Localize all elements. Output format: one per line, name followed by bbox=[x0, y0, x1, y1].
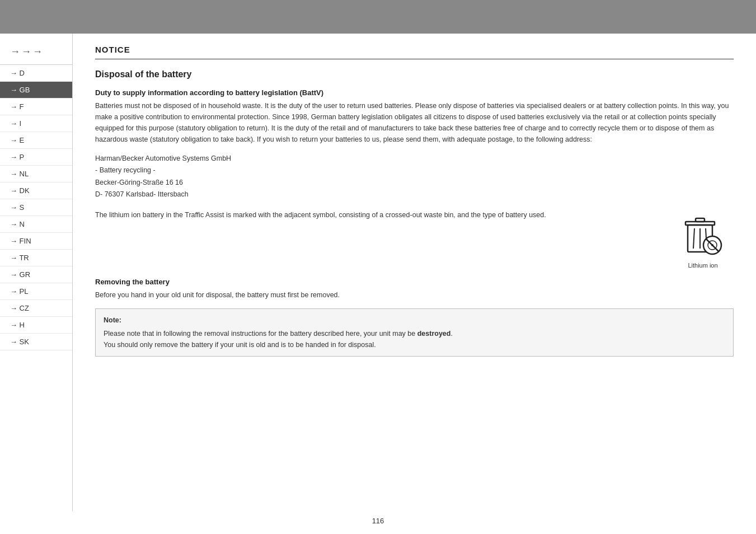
address-line2: - Battery recycling - bbox=[95, 165, 734, 176]
sidebar-item-tr[interactable]: → TR bbox=[0, 250, 72, 266]
page-title: Disposal of the battery bbox=[95, 69, 734, 79]
sidebar-item-f[interactable]: → F bbox=[0, 99, 72, 115]
address-block: Harman/Becker Automotive Systems GmbH - … bbox=[95, 153, 734, 200]
section1-body: Batteries must not be disposed of in hou… bbox=[95, 100, 734, 145]
sidebar-item-gb[interactable]: → GB bbox=[0, 82, 72, 99]
page-number: 116 bbox=[0, 511, 756, 534]
sidebar-item-dk[interactable]: → DK bbox=[0, 182, 72, 199]
note-body-text1: Please note that in following the remova… bbox=[104, 330, 417, 338]
top-bar bbox=[0, 0, 756, 34]
sidebar-item-cz[interactable]: → CZ bbox=[0, 300, 72, 317]
address-line3: Becker-Göring-Straße 16 16 bbox=[95, 177, 734, 189]
sidebar-item-i[interactable]: → I bbox=[0, 115, 72, 132]
note-body-text3: You should only remove the battery if yo… bbox=[104, 341, 376, 349]
removing-title: Removing the battery bbox=[95, 278, 734, 286]
sidebar-item-d[interactable]: → D bbox=[0, 65, 72, 82]
section1-title: Duty to supply information according to … bbox=[95, 88, 734, 97]
svg-point-9 bbox=[711, 244, 713, 246]
sidebar-item-pl[interactable]: → PL bbox=[0, 283, 72, 300]
content-area: NOTICE Disposal of the battery Duty to s… bbox=[73, 34, 756, 511]
svg-line-3 bbox=[693, 228, 694, 249]
sidebar: →→→ → D → GB → F → I → E → P → NL → DK →… bbox=[0, 34, 73, 511]
sidebar-item-s[interactable]: → S bbox=[0, 199, 72, 216]
main-area: →→→ → D → GB → F → I → E → P → NL → DK →… bbox=[0, 34, 756, 511]
notice-title: NOTICE bbox=[95, 45, 130, 54]
sidebar-item-h[interactable]: → H bbox=[0, 317, 72, 334]
note-label: Note: bbox=[104, 315, 725, 326]
lithium-label: Lithium ion bbox=[688, 262, 717, 269]
note-box: Note: Please note that in following the … bbox=[95, 308, 734, 357]
note-body-bold: destroyed bbox=[417, 330, 451, 338]
sidebar-item-nl[interactable]: → NL bbox=[0, 166, 72, 182]
address-line1: Harman/Becker Automotive Systems GmbH bbox=[95, 153, 734, 165]
sidebar-item-gr[interactable]: → GR bbox=[0, 266, 72, 283]
battery-icon bbox=[678, 209, 728, 260]
sidebar-item-e[interactable]: → E bbox=[0, 132, 72, 149]
sidebar-item-n[interactable]: → N bbox=[0, 216, 72, 233]
sidebar-item-sk[interactable]: → SK bbox=[0, 334, 72, 350]
sidebar-item-p[interactable]: → P bbox=[0, 149, 72, 166]
notice-header: NOTICE bbox=[95, 45, 734, 59]
note-body-text2: . bbox=[450, 330, 452, 338]
svg-rect-2 bbox=[696, 218, 705, 222]
note-body: Please note that in following the remova… bbox=[104, 328, 725, 350]
sidebar-item-fin[interactable]: → FIN bbox=[0, 233, 72, 250]
address-line4: D- 76307 Karlsbad- Ittersbach bbox=[95, 189, 734, 200]
sidebar-header: →→→ bbox=[0, 39, 72, 65]
battery-symbol-text: The lithium ion battery in the Traffic A… bbox=[95, 209, 661, 221]
battery-section: The lithium ion battery in the Traffic A… bbox=[95, 209, 734, 269]
page-wrapper: →→→ → D → GB → F → I → E → P → NL → DK →… bbox=[0, 0, 756, 534]
removing-body: Before you hand in your old unit for dis… bbox=[95, 289, 734, 301]
battery-symbol-wrap: Lithium ion bbox=[672, 209, 734, 269]
